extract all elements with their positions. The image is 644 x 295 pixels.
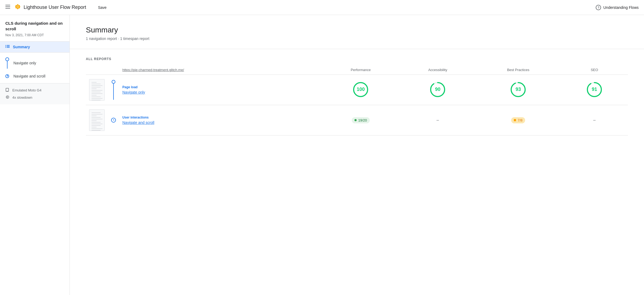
- sidebar: CLS during navigation and on scroll Nov …: [0, 15, 70, 295]
- score-number-accessibility: 90: [435, 87, 440, 92]
- connector-cell-navigate-only: [108, 75, 119, 105]
- svg-rect-11: [6, 88, 9, 91]
- svg-rect-1: [5, 6, 10, 7]
- th-seo: SEO: [561, 65, 628, 75]
- row-type-navigate-only: Page load: [122, 85, 318, 89]
- menu-icon[interactable]: [5, 4, 10, 10]
- main-layout: CLS during navigation and on scroll Nov …: [0, 15, 644, 295]
- score-dash-seo: –: [593, 118, 596, 122]
- help-icon: ?: [596, 5, 601, 10]
- device-icon: [5, 88, 10, 93]
- sidebar-device-info: Emulated Moto G4 4x slowdown: [0, 83, 69, 104]
- flow-label-navigate-scroll: Navigate and scroll: [13, 74, 45, 78]
- score-circle-performance: 100: [353, 82, 369, 98]
- th-accessibility: Accessibility: [400, 65, 475, 75]
- score-performance-navigate-scroll: 19/20: [321, 105, 400, 135]
- th-best-practices: Best Practices: [475, 65, 561, 75]
- score-best-practices-navigate-only: 93: [475, 75, 561, 105]
- thumbnail-cell-navigate-scroll: [86, 105, 108, 135]
- main-content: Summary 1 navigation report · 1 timespan…: [70, 15, 644, 295]
- score-performance-navigate-only: 100: [321, 75, 400, 105]
- flow-label-navigate-only: Navigate only: [13, 61, 36, 65]
- summary-label: Summary: [13, 45, 30, 49]
- list-icon: [5, 45, 10, 49]
- device-slowdown-item: 4x slowdown: [5, 95, 64, 100]
- svg-rect-2: [5, 8, 10, 9]
- score-number-seo: 91: [592, 87, 597, 92]
- score-accessibility-navigate-scroll: –: [400, 105, 475, 135]
- logo-icon: [14, 3, 21, 12]
- score-number-best-practices: 93: [515, 87, 521, 92]
- th-url-text: https://pie-charmed-treatment.glitch.me/: [122, 68, 184, 72]
- score-circle-accessibility: 90: [430, 82, 446, 98]
- score-seo-navigate-scroll: –: [561, 105, 628, 135]
- row-name-navigate-scroll[interactable]: Navigate and scroll: [122, 120, 318, 125]
- understanding-flows-link[interactable]: ? Understanding Flows: [596, 5, 639, 10]
- score-value-best-practices-scroll: 7/8: [518, 118, 522, 122]
- flow-dot-clock: [5, 74, 9, 78]
- understanding-flows-label: Understanding Flows: [603, 5, 639, 10]
- project-date: Nov 3, 2021, 7:00 AM CDT: [5, 33, 64, 37]
- th-connector: [108, 65, 119, 75]
- table-row-navigate-scroll: User interactions Navigate and scroll 19…: [86, 105, 628, 135]
- row-name-navigate-only[interactable]: Navigate only: [122, 90, 318, 94]
- summary-subtitle: 1 navigation report · 1 timespan report: [86, 36, 628, 41]
- app-header: Lighthouse User Flow Report Save ? Under…: [0, 0, 644, 15]
- table-header-row: https://pie-charmed-treatment.glitch.me/…: [86, 65, 628, 75]
- pill-square-orange: [514, 119, 516, 121]
- th-url: https://pie-charmed-treatment.glitch.me/: [119, 65, 321, 75]
- row-type-navigate-scroll: User interactions: [122, 116, 318, 119]
- thumbnail-navigate-only: [89, 79, 105, 101]
- score-pill-performance: 19/20: [352, 117, 370, 123]
- svg-rect-0: [5, 5, 10, 5]
- reports-section: ALL REPORTS https://pie-charmed-treatmen…: [70, 49, 644, 143]
- flow-dot-circle: [5, 57, 9, 61]
- th-performance: Performance: [321, 65, 400, 75]
- device-emulation-label: Emulated Moto G4: [12, 88, 41, 92]
- summary-title: Summary: [86, 26, 628, 34]
- flow-line: [7, 61, 8, 69]
- slowdown-icon: [5, 95, 10, 100]
- summary-header-section: Summary 1 navigation report · 1 timespan…: [70, 15, 644, 49]
- info-cell-navigate-scroll: User interactions Navigate and scroll: [119, 105, 321, 135]
- app-title: Lighthouse User Flow Report: [24, 5, 86, 10]
- flow-connector-navigate-scroll: [5, 74, 9, 78]
- score-value-performance-scroll: 19/20: [358, 118, 367, 122]
- score-circle-seo: 91: [586, 82, 602, 98]
- svg-rect-5: [5, 46, 6, 47]
- device-emulation-item: Emulated Moto G4: [5, 88, 64, 93]
- svg-rect-8: [7, 47, 10, 48]
- v-connector-navigate-scroll: [111, 118, 116, 123]
- sidebar-item-navigate-scroll[interactable]: Navigate and scroll: [0, 71, 69, 81]
- svg-rect-3: [5, 45, 6, 46]
- all-reports-label: ALL REPORTS: [86, 57, 628, 61]
- info-cell-navigate-only: Page load Navigate only: [119, 75, 321, 105]
- thumbnail-navigate-scroll: [89, 109, 105, 131]
- score-circle-best-practices: 93: [510, 82, 526, 98]
- score-seo-navigate-only: 91: [561, 75, 628, 105]
- sidebar-item-navigate-only[interactable]: Navigate only: [0, 55, 69, 71]
- sidebar-summary-item[interactable]: Summary: [0, 42, 69, 53]
- connector-cell-navigate-scroll: [108, 105, 119, 135]
- dot-clock-row2: [111, 118, 116, 123]
- th-thumbnail: [86, 65, 108, 75]
- dot-circle-row1: [112, 80, 115, 84]
- table-row-navigate-only: Page load Navigate only 100: [86, 75, 628, 105]
- reports-table: https://pie-charmed-treatment.glitch.me/…: [86, 65, 628, 135]
- score-accessibility-navigate-only: 90: [400, 75, 475, 105]
- project-title: CLS during navigation and on scroll: [5, 20, 64, 32]
- flow-connector-navigate-only: [5, 57, 9, 69]
- score-dash-accessibility: –: [437, 118, 439, 122]
- save-button[interactable]: Save: [95, 4, 110, 11]
- sidebar-flows: Navigate only Navigate and scroll: [0, 53, 69, 83]
- score-pill-best-practices: 7/8: [511, 117, 525, 123]
- thumbnail-cell-navigate-only: [86, 75, 108, 105]
- score-best-practices-navigate-scroll: 7/8: [475, 105, 561, 135]
- score-number-performance: 100: [357, 87, 365, 92]
- svg-rect-4: [7, 45, 10, 46]
- v-line-row1: [113, 84, 114, 100]
- svg-rect-7: [5, 47, 6, 48]
- clock-hands: [112, 119, 115, 121]
- v-connector-navigate-only: [111, 80, 116, 100]
- slowdown-label: 4x slowdown: [12, 95, 32, 99]
